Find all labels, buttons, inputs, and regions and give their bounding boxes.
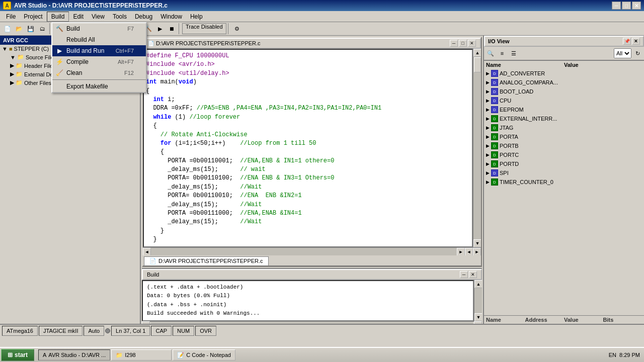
build-menu-clean-shortcut: F12: [124, 70, 134, 76]
io-item-portd[interactable]: ▶ D PORTD: [484, 159, 644, 168]
build-scroll-down[interactable]: ▼: [474, 313, 482, 321]
scroll-thumb[interactable]: [474, 57, 481, 72]
build-menu-separator: [52, 79, 146, 80]
io-item-jtag[interactable]: ▶ D JTAG: [484, 123, 644, 132]
editor-max-btn[interactable]: □: [459, 40, 467, 47]
io-col-name: Name: [486, 62, 564, 68]
io-label-ext: EXTERNAL_INTERR...: [500, 116, 557, 122]
tb-save-button[interactable]: 💾: [25, 23, 36, 34]
io-item-cpu[interactable]: ▶ D CPU: [484, 96, 644, 105]
io-label-jtag: JTAG: [500, 125, 513, 131]
io-expand-analog: ▶: [486, 80, 490, 85]
taskbar-right: EN 8:29 PM: [606, 352, 643, 358]
io-category-select[interactable]: All: [614, 48, 631, 58]
build-scrollbar-v[interactable]: ▲ ▼: [474, 280, 482, 321]
io-item-timer[interactable]: ▶ D TIMER_COUNTER_0: [484, 177, 644, 187]
io-item-analog[interactable]: ▶ D ANALOG_COMPARA...: [484, 78, 644, 87]
io-icon-ext: D: [491, 115, 498, 122]
scroll-right-btn[interactable]: ►: [457, 248, 465, 256]
trace-disabled-btn[interactable]: Trace Disabled: [182, 23, 226, 34]
build-output[interactable]: (.text + .data + .bootloader) Data: 0 by…: [142, 280, 474, 321]
start-button[interactable]: ⊞ start: [1, 349, 34, 361]
build-menu-clean[interactable]: 🧹 Clean F12: [52, 67, 146, 78]
menu-edit[interactable]: Edit: [69, 12, 88, 21]
io-item-portb[interactable]: ▶ D PORTB: [484, 141, 644, 150]
io-tb-btn-1[interactable]: 🔍: [485, 48, 496, 59]
folder-icon-ext: 📁: [16, 71, 23, 77]
menu-debug[interactable]: Debug: [131, 12, 156, 21]
io-label-cpu: CPU: [500, 98, 511, 104]
code-editor[interactable]: #define F_CPU 1000000UL #include <avr/io…: [143, 49, 473, 247]
io-view-pin-btn[interactable]: 📌: [623, 38, 631, 45]
editor-tab-stepper[interactable]: 📄 D:\AVR PROJECT\STEPPER\STEPPER.c: [144, 256, 269, 265]
window-title: AVR Studio - D:\AVR PROJECT\STEPPER\STEP…: [14, 2, 168, 9]
editor-min-btn[interactable]: ─: [450, 40, 458, 47]
editor-scrollbar-v[interactable]: ▲ ▼: [473, 49, 481, 247]
minimize-button[interactable]: ─: [612, 2, 621, 10]
build-menu-rebuild[interactable]: Rebuild All: [52, 34, 146, 45]
scroll-down-btn[interactable]: ▼: [473, 239, 481, 247]
taskbar-i298[interactable]: 📁 I298: [111, 349, 172, 360]
tb-extra-btn[interactable]: ⚙: [231, 23, 243, 34]
io-refresh-btn[interactable]: ↻: [632, 48, 643, 59]
build-menu-compile[interactable]: ⚡ Compile Alt+F7: [52, 56, 146, 67]
menu-build[interactable]: Build: [47, 12, 69, 22]
menu-help[interactable]: Help: [186, 12, 207, 21]
taskbar-i298-label: I298: [125, 352, 135, 358]
io-item-spi[interactable]: ▶ D SPI: [484, 168, 644, 177]
taskbar-avrstudio[interactable]: A AVR Studio - D:\AVR ...: [38, 349, 110, 360]
build-menu-buildrun[interactable]: ▶ Build and Run Ctrl+F7: [52, 45, 146, 56]
io-item-ext-int[interactable]: ▶ D EXTERNAL_INTERR...: [484, 114, 644, 123]
build-menu-export[interactable]: Export Makefile: [52, 81, 146, 92]
io-item-porta[interactable]: ▶ D PORTA: [484, 132, 644, 141]
menu-project[interactable]: Project: [20, 12, 46, 21]
build-min-btn[interactable]: ─: [460, 271, 468, 278]
build-close-btn[interactable]: ✕: [469, 271, 477, 278]
status-num-label: NUM: [177, 328, 190, 334]
io-expand-jtag: ▶: [486, 125, 490, 130]
io-tree: ▶ D AD_CONVERTER ▶ D ANALOG_COMPARA... ▶…: [484, 69, 644, 315]
io-footer-address: Address: [525, 317, 565, 323]
tb-stop-button[interactable]: ⏹: [166, 23, 177, 34]
taskbar-notepad[interactable]: 📝 C Code - Notepad: [173, 349, 235, 360]
taskbar-avr-icon: A: [43, 352, 46, 358]
tb-open-button[interactable]: 📂: [14, 23, 25, 34]
h-scroll-track[interactable]: [151, 248, 457, 255]
build-menu-build[interactable]: 🔨 Build F7: [52, 23, 146, 34]
io-item-ad[interactable]: ▶ D AD_CONVERTER: [484, 69, 644, 78]
menu-tools[interactable]: Tools: [109, 12, 131, 21]
editor-close-btn[interactable]: ✕: [468, 40, 476, 47]
io-tb-btn-3[interactable]: ☰: [508, 48, 519, 59]
menu-view[interactable]: View: [88, 12, 109, 21]
expand-icon: ▼: [2, 46, 8, 52]
io-tb-btn-2[interactable]: ≡: [497, 48, 508, 59]
menu-file[interactable]: File: [2, 12, 20, 21]
tree-header-label: Header Files: [24, 63, 55, 69]
taskbar-notepad-label: C Code - Notepad: [186, 352, 231, 358]
io-expand-portb: ▶: [486, 143, 490, 148]
io-item-portc[interactable]: ▶ D PORTC: [484, 150, 644, 159]
maximize-button[interactable]: □: [622, 2, 631, 10]
close-button[interactable]: ✕: [632, 2, 641, 10]
nav-next-btn[interactable]: ►: [473, 248, 481, 256]
status-cursor-label: Ln 37, Col 1: [116, 328, 145, 334]
nav-prev-btn[interactable]: ◄: [465, 248, 473, 256]
tb-run-button[interactable]: ▶: [154, 23, 166, 34]
scroll-track[interactable]: [473, 57, 481, 239]
tb-new-button[interactable]: 📄: [2, 23, 13, 34]
build-scroll-track[interactable]: [474, 288, 482, 313]
io-label-portc: PORTC: [500, 152, 519, 158]
status-auto-label: Auto: [88, 328, 100, 334]
editor-title: D:\AVR PROJECT\STEPPER\STEPPER.c: [156, 40, 261, 46]
io-item-boot[interactable]: ▶ D BOOT_LOAD: [484, 87, 644, 96]
editor-tab-bar: 📄 D:\AVR PROJECT\STEPPER\STEPPER.c: [143, 255, 481, 266]
io-view-close-btn[interactable]: ✕: [632, 38, 640, 45]
io-label-spi: SPI: [500, 170, 509, 176]
menu-window[interactable]: Window: [156, 12, 186, 21]
io-item-eeprom[interactable]: ▶ D EEPROM: [484, 105, 644, 114]
scroll-left-btn[interactable]: ◄: [143, 248, 151, 256]
status-caps-label: CAP: [155, 328, 167, 334]
scroll-up-btn[interactable]: ▲: [473, 49, 481, 57]
tb-save-all-button[interactable]: 🗂: [37, 23, 48, 34]
build-scroll-up[interactable]: ▲: [474, 280, 482, 288]
